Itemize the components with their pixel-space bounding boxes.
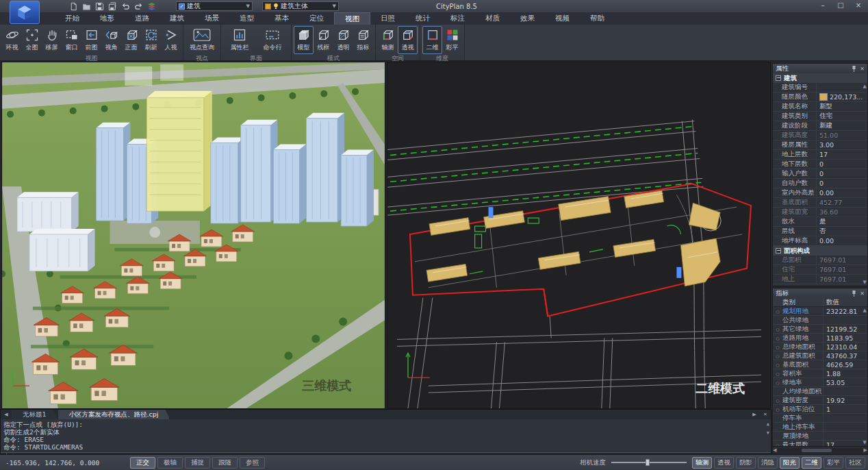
zoom-window-button[interactable]: 窗口: [62, 26, 81, 54]
property-value[interactable]: 住宅: [817, 112, 867, 121]
tab-scroll-left-icon[interactable]: ◀: [1, 410, 12, 419]
model-mode-button[interactable]: 模型: [294, 26, 314, 54]
menu-tab[interactable]: 基本: [264, 12, 299, 25]
menu-tab[interactable]: 道路: [125, 12, 159, 25]
section-area-composition[interactable]: − 面积构成: [773, 246, 867, 256]
new-file-icon[interactable]: [68, 1, 79, 12]
scroll-right-icon[interactable]: ▶: [864, 447, 867, 453]
display-modes-icon[interactable]: [146, 1, 157, 12]
property-value[interactable]: 452.77: [817, 198, 867, 207]
view-toggle-button[interactable]: 二维: [802, 457, 821, 469]
scrollbar-thumb[interactable]: [802, 449, 832, 452]
command-history[interactable]: 指定下一点或 [放弃(U)]:切割生成2个新实体命令: ERASE命令: STA…: [1, 419, 771, 452]
property-row[interactable]: 建设阶段 新建: [773, 121, 867, 131]
orbit-button[interactable]: 环视: [2, 26, 22, 54]
chevron-down-icon[interactable]: ▼: [246, 3, 250, 9]
view-toggle-button[interactable]: 社区: [845, 457, 865, 469]
property-value[interactable]: [817, 83, 867, 92]
collapse-icon[interactable]: −: [776, 248, 781, 253]
indicator-row[interactable]: ○ 建筑密度 19.92: [773, 396, 867, 405]
menu-tab[interactable]: 定位: [299, 12, 334, 25]
scroll-up-icon[interactable]: ▲: [863, 308, 867, 313]
person-view-button[interactable]: 人视: [161, 26, 181, 54]
property-row[interactable]: 建筑面宽 36.60: [773, 208, 867, 217]
property-row[interactable]: 建筑类别 住宅: [773, 112, 867, 121]
chevron-down-icon[interactable]: ▼: [333, 3, 336, 9]
indicator-row[interactable]: ○ 公共绿地: [773, 316, 867, 325]
view-toggle-button[interactable]: 透视: [714, 457, 734, 469]
minimize-button[interactable]: –: [817, 1, 828, 9]
property-row[interactable]: 室内外高差 0.00: [773, 188, 867, 198]
two-d-button[interactable]: 二维: [422, 26, 442, 54]
property-value[interactable]: 0: [817, 160, 867, 169]
property-row[interactable]: 基底面积 452.77: [773, 198, 867, 208]
property-row[interactable]: 地下层数 0: [773, 160, 867, 169]
indicator-row[interactable]: ○ 规划用地 23222.81: [773, 307, 867, 316]
menu-tab[interactable]: 视图: [334, 12, 370, 25]
object-combo[interactable]: 建筑主体 ▼: [262, 1, 339, 11]
indicator-row[interactable]: ○ 地上停车率: [773, 423, 867, 432]
property-row[interactable]: 住宅 7697.01: [773, 265, 867, 275]
drafting-toggle-button[interactable]: 参照: [240, 457, 265, 469]
document-tab[interactable]: 小区方案发布存视点、路径.cpj: [58, 410, 170, 419]
front-view-button[interactable]: 正面: [121, 26, 141, 54]
command-scrollbar[interactable]: ▲▼: [767, 421, 769, 437]
redo-icon[interactable]: [133, 1, 144, 12]
property-row[interactable]: 建筑名称 新型: [773, 102, 867, 112]
property-value[interactable]: 7697.01: [817, 256, 867, 264]
property-row[interactable]: 输入户数 0: [773, 169, 867, 179]
view-toggle-button[interactable]: 彩平: [824, 457, 843, 469]
undo-icon[interactable]: [120, 1, 131, 12]
indicator-row[interactable]: ○ 最大层数 17: [773, 441, 867, 446]
pin-icon[interactable]: [852, 66, 856, 72]
property-value[interactable]: 51.00: [817, 131, 867, 140]
property-row[interactable]: 散水 是: [773, 217, 867, 227]
perspective-button[interactable]: 透视: [398, 26, 418, 54]
property-value[interactable]: 0.00: [817, 188, 867, 197]
property-row[interactable]: 地上层数 17: [773, 150, 867, 160]
transparent-mode-button[interactable]: 透明: [333, 26, 353, 54]
drafting-toggle-button[interactable]: 跟随: [212, 457, 238, 469]
property-value[interactable]: 3.00: [817, 140, 867, 149]
pin-icon[interactable]: [852, 290, 856, 297]
viewport-3d[interactable]: 三维模式: [1, 62, 385, 409]
indicator-row[interactable]: ○ 其它绿地 12199.52: [773, 325, 867, 334]
refresh-button[interactable]: 刷新: [141, 26, 161, 54]
property-value[interactable]: 新型: [817, 102, 867, 111]
indicator-row[interactable]: ○ 人均绿地面积: [773, 387, 867, 396]
pan-button[interactable]: 移屏: [42, 26, 62, 54]
menu-tab[interactable]: 视频: [545, 12, 580, 25]
command-line-button[interactable]: 命令行: [256, 26, 289, 54]
drafting-toggle-button[interactable]: 正交: [130, 457, 155, 469]
property-value[interactable]: 17: [817, 150, 867, 159]
menu-tab[interactable]: 帮助: [580, 12, 615, 25]
save-all-icon[interactable]: [107, 1, 118, 12]
slider-thumb[interactable]: [646, 459, 650, 466]
property-row[interactable]: 地上 7697.01: [773, 275, 867, 284]
property-row[interactable]: 建筑高度 51.00: [773, 131, 867, 140]
scroll-up-icon[interactable]: ▲: [767, 421, 769, 428]
indicator-mode-button[interactable]: 指标: [353, 26, 373, 54]
property-value[interactable]: 0.00: [817, 236, 867, 245]
property-row[interactable]: 建筑编号: [773, 83, 867, 92]
menu-tab[interactable]: 建筑: [159, 12, 194, 25]
view-toggle-button[interactable]: 消隐: [758, 457, 778, 469]
scroll-up-icon[interactable]: ▲: [863, 84, 867, 89]
property-value[interactable]: 7697.01: [817, 265, 867, 274]
app-logo-icon[interactable]: [10, 1, 40, 24]
view-toggle-button[interactable]: 轴测: [692, 457, 712, 469]
indicator-row[interactable]: ○ 屋顶绿地: [773, 432, 867, 441]
open-file-icon[interactable]: [81, 1, 92, 12]
scroll-down-icon[interactable]: ▼: [863, 280, 867, 285]
scroll-down-icon[interactable]: ▼: [863, 440, 867, 445]
property-value[interactable]: 7697.01: [817, 275, 867, 284]
view-toggle-button[interactable]: 阴影: [736, 457, 756, 469]
property-value[interactable]: 新建: [817, 121, 867, 130]
menu-tab[interactable]: 统计: [405, 12, 440, 25]
property-bar-button[interactable]: 属性栏: [223, 26, 256, 54]
section-building[interactable]: − 建筑: [773, 73, 867, 83]
camera-speed-slider[interactable]: [611, 458, 687, 467]
axonometric-button[interactable]: 轴测: [378, 26, 398, 54]
property-value[interactable]: 220,173...: [817, 92, 867, 101]
menu-tab[interactable]: 开始: [55, 12, 90, 25]
